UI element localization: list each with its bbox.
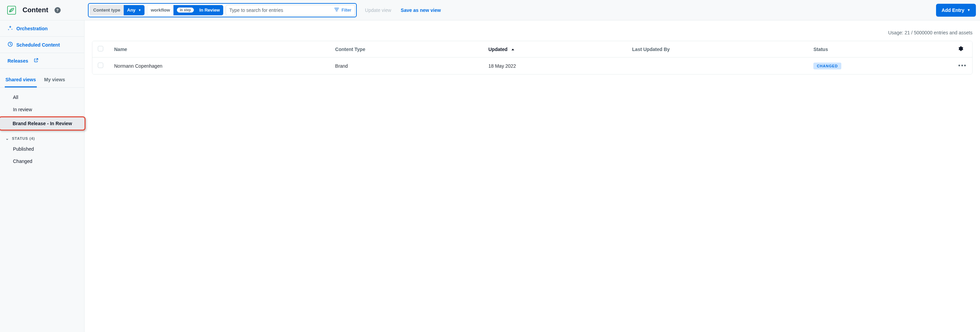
view-item-all[interactable]: All: [0, 91, 84, 103]
content-type-filter[interactable]: Content type Any ▼: [90, 5, 145, 16]
cell-updated: 18 May 2022: [483, 57, 627, 74]
help-icon[interactable]: ?: [54, 7, 60, 13]
content-type-value[interactable]: Any ▼: [124, 5, 145, 15]
status-badge: CHANGED: [813, 63, 841, 70]
sidebar-item-label: Releases: [8, 58, 28, 63]
row-checkbox[interactable]: [98, 63, 103, 68]
sort-asc-icon: [511, 49, 514, 51]
sidebar-item-label: Scheduled Content: [16, 42, 60, 47]
select-all-checkbox[interactable]: [98, 46, 103, 51]
page-title: Content: [22, 6, 48, 14]
filter-icon[interactable]: [334, 7, 339, 13]
sidebar: Orchestration Scheduled Content Releases…: [0, 21, 84, 332]
entries-table: Name Content Type Updated Last Updated B…: [92, 41, 972, 74]
views-list: All In review Brand Release - In Review …: [0, 88, 84, 168]
sparkle-icon: [8, 25, 13, 32]
view-item-published[interactable]: Published: [0, 143, 84, 155]
chevron-down-icon: ▼: [967, 8, 970, 12]
cell-last-updated-by: [627, 57, 808, 74]
cell-content-type: Brand: [330, 57, 483, 74]
views-tabs: Shared views My views: [0, 73, 84, 88]
sidebar-item-releases[interactable]: Releases: [0, 53, 84, 69]
col-content-type[interactable]: Content Type: [330, 41, 483, 57]
col-status[interactable]: Status: [808, 41, 953, 57]
table-header-row: Name Content Type Updated Last Updated B…: [92, 41, 972, 57]
workflow-filter[interactable]: workflow in step In Review: [147, 5, 224, 16]
status-group-label: STATUS (4): [12, 136, 35, 141]
filter-search-container: Content type Any ▼ workflow in step In R…: [88, 3, 357, 17]
table-row[interactable]: Normann Copenhagen Brand 18 May 2022 CHA…: [92, 57, 972, 74]
search-box[interactable]: Filter: [226, 5, 355, 16]
clock-icon: [8, 41, 13, 48]
chevron-down-icon: ▼: [138, 8, 142, 12]
view-item-in-review[interactable]: In review: [0, 103, 84, 115]
view-item-changed[interactable]: Changed: [0, 155, 84, 168]
main-content: Usage: 21 / 5000000 entries and assets N…: [84, 21, 980, 332]
status-group-header[interactable]: ⌄ STATUS (4): [0, 133, 84, 143]
view-item-brand-release-in-review[interactable]: Brand Release - In Review: [0, 116, 86, 131]
row-actions-icon[interactable]: •••: [958, 62, 967, 69]
leaf-logo-icon: [7, 5, 16, 15]
chevron-down-icon: ⌄: [5, 136, 9, 141]
workflow-step-badge: in step: [177, 8, 194, 13]
gear-icon[interactable]: [958, 47, 964, 52]
sidebar-item-orchestration[interactable]: Orchestration: [0, 21, 84, 37]
workflow-label: workflow: [147, 5, 173, 15]
tab-my-views[interactable]: My views: [44, 73, 66, 87]
add-entry-button[interactable]: Add Entry ▼: [936, 4, 976, 17]
top-bar: Content ? Content type Any ▼ workflow in…: [0, 0, 980, 21]
workflow-value[interactable]: in step In Review: [173, 5, 223, 15]
update-view-link: Update view: [365, 8, 391, 13]
col-updated[interactable]: Updated: [483, 41, 627, 57]
cell-name: Normann Copenhagen: [109, 57, 330, 74]
filter-link[interactable]: Filter: [341, 8, 351, 13]
external-link-icon: [34, 58, 38, 63]
content-type-label: Content type: [90, 5, 124, 15]
col-name[interactable]: Name: [109, 41, 330, 57]
col-last-updated-by[interactable]: Last Updated By: [627, 41, 808, 57]
save-as-new-view-link[interactable]: Save as new view: [401, 8, 441, 13]
search-input[interactable]: [229, 8, 334, 13]
tab-shared-views[interactable]: Shared views: [5, 73, 37, 87]
sidebar-item-label: Orchestration: [16, 26, 48, 31]
usage-text: Usage: 21 / 5000000 entries and assets: [92, 30, 972, 35]
sidebar-item-scheduled-content[interactable]: Scheduled Content: [0, 37, 84, 53]
